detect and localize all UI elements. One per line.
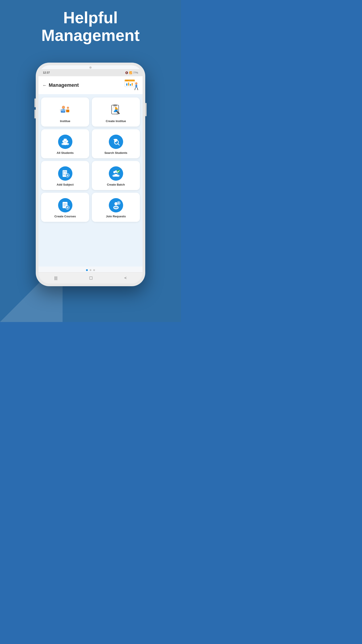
- create-batch-label: Create Batch: [107, 183, 125, 186]
- svg-rect-9: [135, 84, 137, 88]
- svg-point-12: [62, 106, 65, 109]
- join-requests-svg: JOIN: [111, 201, 120, 210]
- dot-2[interactable]: [90, 269, 91, 271]
- add-subject-label: Add Subject: [57, 183, 74, 186]
- add-subject-card[interactable]: Add Subject: [41, 161, 89, 190]
- dot-1[interactable]: [86, 269, 88, 271]
- back-button[interactable]: ←: [42, 83, 47, 88]
- power-button[interactable]: [145, 103, 147, 116]
- back-nav-button[interactable]: <: [124, 276, 127, 280]
- svg-point-47: [112, 175, 115, 177]
- headline-line2: Management: [41, 26, 140, 44]
- vol-down-button[interactable]: [34, 110, 36, 118]
- create-institue-svg: [109, 103, 123, 117]
- background: Helpful Management 12:37 🔇 📶 77%: [0, 0, 181, 322]
- join-requests-icon: JOIN: [109, 198, 123, 212]
- dots-navigation: [38, 266, 143, 272]
- add-subject-svg: [61, 169, 70, 178]
- top-bar-left: ← Management: [42, 82, 79, 88]
- all-students-card[interactable]: All Students: [41, 129, 89, 158]
- create-batch-card[interactable]: Create Batch: [92, 161, 140, 190]
- institue-icon: [58, 103, 72, 117]
- svg-rect-6: [130, 84, 131, 86]
- svg-point-3: [127, 80, 128, 81]
- all-students-label: All Students: [57, 151, 74, 154]
- svg-text:JOIN: JOIN: [115, 207, 117, 208]
- status-bar: 12:37 🔇 📶 77%: [38, 69, 143, 76]
- svg-point-8: [135, 82, 137, 84]
- status-right: 🔇 📶 77%: [125, 71, 138, 74]
- mute-icon: 🔇: [125, 71, 128, 74]
- svg-rect-19: [113, 104, 117, 106]
- phone-screen: 12:37 🔇 📶 77% ← Management: [38, 65, 143, 284]
- svg-rect-4: [126, 84, 127, 86]
- management-svg: [123, 78, 139, 92]
- svg-line-10: [135, 88, 135, 90]
- svg-point-45: [115, 170, 117, 173]
- institue-card[interactable]: Institue: [41, 98, 89, 126]
- create-courses-icon: [58, 198, 72, 212]
- create-courses-card[interactable]: Create Courses: [41, 193, 89, 222]
- svg-rect-16: [66, 110, 69, 112]
- wifi-icon: 📶: [129, 71, 132, 74]
- create-institue-label: Create Institue: [106, 120, 126, 123]
- join-requests-card[interactable]: JOIN Join Requests: [92, 193, 140, 222]
- svg-line-34: [118, 144, 119, 145]
- app-content: Institue: [38, 94, 143, 266]
- all-students-svg: [61, 137, 70, 146]
- svg-point-48: [116, 175, 120, 177]
- headline-line1: Helpful: [63, 9, 118, 26]
- institue-label: Institue: [60, 120, 70, 123]
- top-bar: ← Management: [38, 76, 143, 94]
- search-students-svg: [111, 137, 120, 146]
- menu-grid: Institue: [41, 98, 140, 222]
- dot-3[interactable]: [93, 269, 95, 271]
- create-institue-icon: [109, 103, 123, 117]
- svg-rect-27: [64, 139, 66, 140]
- svg-point-2: [126, 80, 127, 81]
- svg-point-62: [118, 202, 119, 204]
- phone-bottom-nav: ||| ☐ <: [38, 272, 143, 284]
- search-students-icon: [109, 134, 123, 149]
- join-requests-label: Join Requests: [106, 215, 126, 218]
- add-subject-icon: [58, 166, 72, 181]
- svg-point-15: [67, 107, 69, 109]
- svg-rect-5: [128, 82, 129, 86]
- status-time: 12:37: [43, 71, 50, 74]
- headline-section: Helpful Management: [0, 0, 181, 49]
- svg-point-29: [61, 143, 64, 145]
- svg-point-30: [66, 143, 69, 145]
- menu-button[interactable]: |||: [54, 276, 57, 280]
- institue-svg: [58, 103, 72, 117]
- create-batch-svg: [111, 169, 120, 178]
- create-institue-card[interactable]: Create Institue: [92, 98, 140, 126]
- create-courses-label: Create Courses: [54, 215, 76, 218]
- svg-rect-17: [62, 109, 64, 111]
- create-batch-icon: [109, 166, 123, 181]
- battery-text: 77%: [133, 71, 138, 74]
- svg-rect-7: [132, 83, 133, 86]
- management-illustration: [123, 78, 139, 92]
- svg-point-35: [115, 141, 117, 142]
- page-title: Management: [49, 82, 79, 88]
- phone-frame: 12:37 🔇 📶 77% ← Management: [36, 62, 145, 286]
- create-courses-svg: [61, 201, 70, 210]
- camera-dot: [89, 66, 92, 69]
- home-button[interactable]: ☐: [89, 276, 93, 281]
- all-students-icon: [58, 134, 72, 149]
- search-students-label: Search Students: [104, 151, 127, 154]
- search-students-card[interactable]: Search Students: [92, 129, 140, 158]
- vol-up-button[interactable]: [34, 98, 36, 107]
- svg-line-11: [137, 88, 138, 90]
